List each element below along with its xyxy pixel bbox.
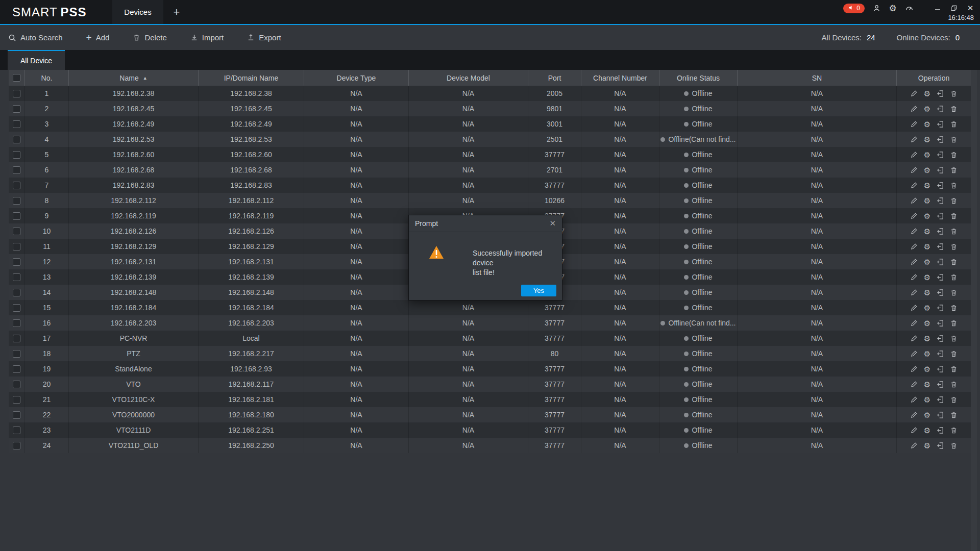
config-gear-icon[interactable]: ⚙ (923, 273, 932, 282)
row-checkbox[interactable] (13, 182, 20, 189)
table-row[interactable]: 5 192.168.2.60 192.168.2.60 N/A N/A 3777… (9, 147, 971, 162)
select-all-checkbox[interactable] (13, 74, 20, 82)
config-gear-icon[interactable]: ⚙ (923, 212, 932, 220)
config-gear-icon[interactable]: ⚙ (923, 89, 932, 98)
table-row[interactable]: 20 VTO 192.168.2.117 N/A N/A 37777 N/A O… (9, 377, 971, 392)
config-gear-icon[interactable]: ⚙ (923, 349, 932, 358)
edit-icon[interactable] (910, 151, 918, 159)
column-header-channel-number[interactable]: Channel Number (581, 70, 659, 86)
dashboard-gauge-icon[interactable] (904, 4, 914, 13)
logout-icon[interactable] (936, 411, 945, 419)
row-checkbox[interactable] (13, 381, 20, 388)
row-checkbox[interactable] (13, 90, 20, 97)
config-gear-icon[interactable]: ⚙ (923, 365, 932, 373)
logout-icon[interactable] (936, 89, 945, 98)
delete-icon[interactable] (949, 288, 958, 297)
user-icon[interactable] (872, 4, 881, 13)
config-gear-icon[interactable]: ⚙ (923, 120, 932, 129)
edit-icon[interactable] (910, 334, 918, 343)
row-checkbox[interactable] (13, 319, 20, 327)
row-checkbox[interactable] (13, 197, 20, 205)
alarm-badge[interactable]: 0 (843, 4, 865, 13)
edit-icon[interactable] (910, 288, 918, 297)
delete-icon[interactable] (949, 181, 958, 190)
column-header-port[interactable]: Port (528, 70, 581, 86)
table-row[interactable]: 15 192.168.2.184 192.168.2.184 N/A N/A 3… (9, 300, 971, 315)
restore-button[interactable] (949, 4, 959, 13)
column-header-ip[interactable]: IP/Domain Name (199, 70, 304, 86)
edit-icon[interactable] (910, 166, 918, 174)
column-header-name[interactable]: Name▲ (69, 70, 199, 86)
edit-icon[interactable] (910, 258, 918, 266)
table-row[interactable]: 19 StandAlone 192.168.2.93 N/A N/A 37777… (9, 361, 971, 377)
edit-icon[interactable] (910, 365, 918, 373)
delete-icon[interactable] (949, 380, 958, 389)
delete-icon[interactable] (949, 227, 958, 236)
logout-icon[interactable] (936, 181, 945, 190)
new-tab-button[interactable]: + (167, 0, 186, 24)
config-gear-icon[interactable]: ⚙ (923, 258, 932, 266)
row-checkbox[interactable] (13, 105, 20, 113)
config-gear-icon[interactable]: ⚙ (923, 105, 932, 113)
row-checkbox[interactable] (13, 411, 20, 419)
delete-icon[interactable] (949, 273, 958, 282)
delete-icon[interactable] (949, 365, 958, 373)
logout-icon[interactable] (936, 349, 945, 358)
edit-icon[interactable] (910, 441, 918, 450)
row-checkbox[interactable] (13, 289, 20, 296)
delete-icon[interactable] (949, 105, 958, 113)
delete-icon[interactable] (949, 304, 958, 312)
config-gear-icon[interactable]: ⚙ (923, 395, 932, 404)
config-gear-icon[interactable]: ⚙ (923, 242, 932, 251)
logout-icon[interactable] (936, 196, 945, 205)
table-row[interactable]: 18 PTZ 192.168.2.217 N/A N/A 80 N/A Offl… (9, 346, 971, 361)
row-checkbox[interactable] (13, 365, 20, 373)
vertical-scrollbar[interactable] (971, 70, 977, 551)
logout-icon[interactable] (936, 304, 945, 312)
row-checkbox[interactable] (13, 396, 20, 404)
edit-icon[interactable] (910, 120, 918, 129)
column-header-select-all[interactable] (9, 70, 25, 86)
delete-button[interactable]: Delete (133, 33, 166, 42)
delete-icon[interactable] (949, 151, 958, 159)
logout-icon[interactable] (936, 365, 945, 373)
logout-icon[interactable] (936, 395, 945, 404)
edit-icon[interactable] (910, 196, 918, 205)
row-checkbox[interactable] (13, 151, 20, 159)
row-checkbox[interactable] (13, 350, 20, 358)
table-row[interactable]: 6 192.168.2.68 192.168.2.68 N/A N/A 2701… (9, 162, 971, 178)
table-row[interactable]: 22 VTO2000000 192.168.2.180 N/A N/A 3777… (9, 407, 971, 422)
logout-icon[interactable] (936, 151, 945, 159)
config-gear-icon[interactable]: ⚙ (923, 380, 932, 389)
delete-icon[interactable] (949, 89, 958, 98)
edit-icon[interactable] (910, 273, 918, 282)
table-row[interactable]: 17 PC-NVR Local N/A N/A 37777 N/A Offlin… (9, 331, 971, 346)
row-checkbox[interactable] (13, 258, 20, 266)
tab-all-device[interactable]: All Device (8, 50, 65, 70)
table-row[interactable]: 3 192.168.2.49 192.168.2.49 N/A N/A 3001… (9, 116, 971, 132)
config-gear-icon[interactable]: ⚙ (923, 181, 932, 190)
logout-icon[interactable] (936, 319, 945, 328)
config-gear-icon[interactable]: ⚙ (923, 227, 932, 236)
delete-icon[interactable] (949, 212, 958, 220)
config-gear-icon[interactable]: ⚙ (923, 288, 932, 297)
delete-icon[interactable] (949, 135, 958, 144)
config-gear-icon[interactable]: ⚙ (923, 426, 932, 435)
edit-icon[interactable] (910, 242, 918, 251)
row-checkbox[interactable] (13, 136, 20, 143)
row-checkbox[interactable] (13, 212, 20, 220)
edit-icon[interactable] (910, 349, 918, 358)
column-header-device-type[interactable]: Device Type (304, 70, 409, 86)
table-row[interactable]: 8 192.168.2.112 192.168.2.112 N/A N/A 10… (9, 193, 971, 208)
config-gear-icon[interactable]: ⚙ (923, 411, 932, 419)
yes-button[interactable]: Yes (521, 285, 556, 296)
row-checkbox[interactable] (13, 304, 20, 312)
config-gear-icon[interactable]: ⚙ (923, 166, 932, 174)
delete-icon[interactable] (949, 258, 958, 266)
edit-icon[interactable] (910, 319, 918, 328)
column-header-sn[interactable]: SN (738, 70, 897, 86)
config-gear-icon[interactable]: ⚙ (923, 135, 932, 144)
column-header-device-model[interactable]: Device Model (409, 70, 528, 86)
logout-icon[interactable] (936, 135, 945, 144)
minimize-button[interactable] (933, 4, 942, 13)
